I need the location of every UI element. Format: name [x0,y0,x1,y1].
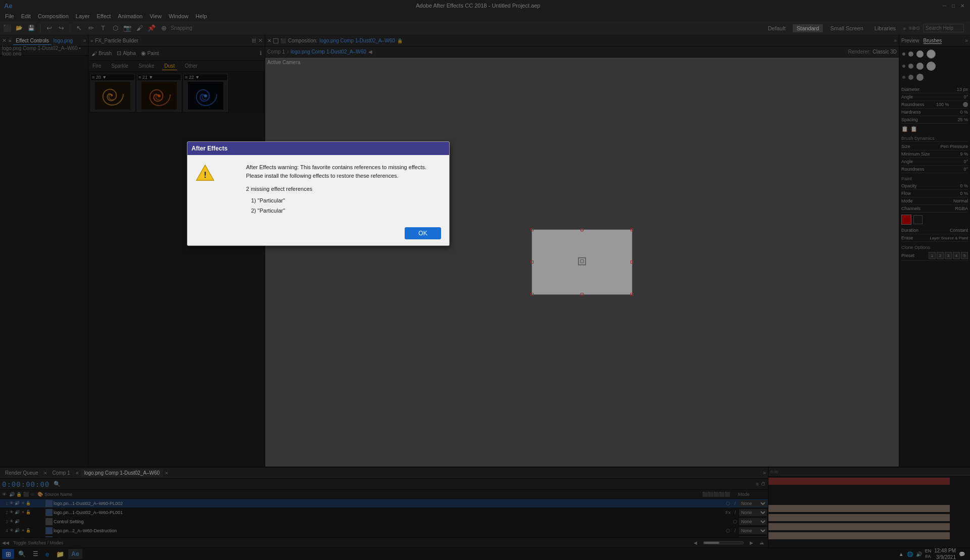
dialog-warning-icon: ! [196,163,215,182]
dialog-content: ! After Effects warning: This favorite c… [196,163,441,215]
effect-1-num: 1) [251,197,256,203]
dialog-overlay: After Effects ! After Effects warning: T… [0,0,970,560]
dialog-footer: OK [187,223,449,245]
dialog-body: ! After Effects warning: This favorite c… [187,155,449,223]
svg-text:!: ! [204,170,207,180]
dialog-text: After Effects warning: This favorite con… [246,163,441,215]
dialog-title: After Effects [191,145,227,152]
dialog-warning-text: After Effects warning: This favorite con… [246,163,441,180]
effect-2-name: "Particular" [258,208,285,214]
effect-2-num: 2) [251,208,256,214]
dialog-ok-button[interactable]: OK [405,227,441,239]
dialog-titlebar: After Effects [187,142,449,155]
dialog-effect-1: 1) "Particular" [251,196,441,205]
dialog: After Effects ! After Effects warning: T… [187,141,450,246]
effect-1-name: "Particular" [258,197,285,203]
dialog-effect-2: 2) "Particular" [251,207,441,215]
dialog-missing-count: 2 missing effect references [246,185,441,193]
